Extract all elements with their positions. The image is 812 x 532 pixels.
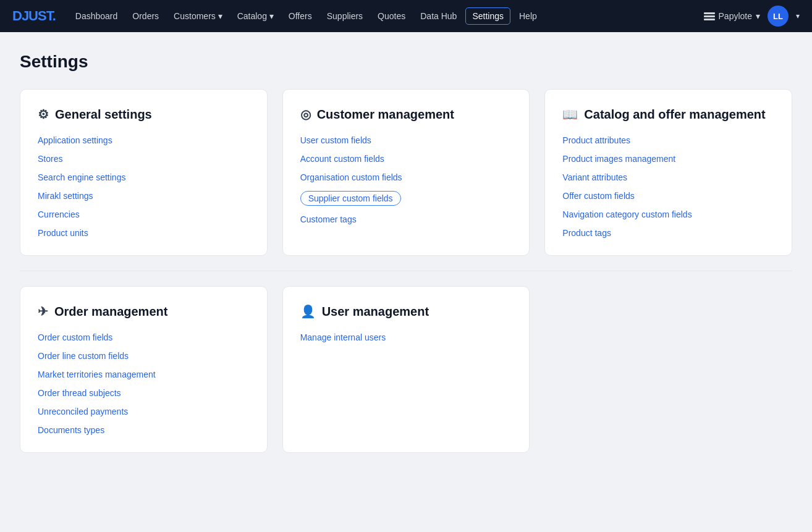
link-product-attributes[interactable]: Product attributes bbox=[562, 135, 774, 145]
user-management-title: 👤 User management bbox=[300, 304, 512, 319]
link-documents-types[interactable]: Documents types bbox=[38, 425, 250, 435]
link-supplier-custom-fields[interactable]: Supplier custom fields bbox=[300, 191, 401, 206]
empty-bottom-col bbox=[544, 286, 792, 453]
link-navigation-category-custom-fields[interactable]: Navigation category custom fields bbox=[562, 209, 774, 219]
navbar: DJUST. Dashboard Orders Customers ▾ Cata… bbox=[0, 0, 812, 32]
link-user-custom-fields[interactable]: User custom fields bbox=[300, 135, 512, 145]
catalog-management-title: 📖 Catalog and offer management bbox=[562, 107, 774, 122]
link-order-line-custom-fields[interactable]: Order line custom fields bbox=[38, 351, 250, 361]
gear-icon: ⚙ bbox=[38, 107, 49, 122]
link-variant-attributes[interactable]: Variant attributes bbox=[562, 172, 774, 182]
link-market-territories-management[interactable]: Market territories management bbox=[38, 369, 250, 379]
target-icon: ◎ bbox=[300, 107, 311, 122]
link-product-tags[interactable]: Product tags bbox=[562, 228, 774, 238]
nav-suppliers[interactable]: Suppliers bbox=[321, 7, 369, 25]
store-icon bbox=[704, 12, 715, 20]
link-organisation-custom-fields[interactable]: Organisation custom fields bbox=[300, 172, 512, 182]
page-content: Settings ⚙ General settings Application … bbox=[0, 32, 812, 490]
nav-offers[interactable]: Offers bbox=[282, 7, 318, 25]
customer-management-card: ◎ Customer management User custom fields… bbox=[282, 89, 530, 256]
link-stores[interactable]: Stores bbox=[38, 154, 250, 164]
link-account-custom-fields[interactable]: Account custom fields bbox=[300, 154, 512, 164]
nav-help[interactable]: Help bbox=[513, 7, 543, 25]
store-chevron: ▾ bbox=[756, 11, 760, 21]
general-settings-title: ⚙ General settings bbox=[38, 107, 250, 122]
nav-catalog[interactable]: Catalog ▾ bbox=[231, 7, 280, 25]
user-avatar[interactable]: LL bbox=[768, 6, 789, 27]
order-management-title: ✈ Order management bbox=[38, 304, 250, 319]
link-customer-tags[interactable]: Customer tags bbox=[300, 214, 512, 224]
nav-dashboard[interactable]: Dashboard bbox=[69, 7, 124, 25]
link-search-engine-settings[interactable]: Search engine settings bbox=[38, 172, 250, 182]
link-order-custom-fields[interactable]: Order custom fields bbox=[38, 332, 250, 342]
customer-management-title: ◎ Customer management bbox=[300, 107, 512, 122]
section-divider bbox=[20, 271, 792, 271]
catalog-management-card: 📖 Catalog and offer management Product a… bbox=[544, 89, 792, 256]
nav-orders[interactable]: Orders bbox=[126, 7, 165, 25]
link-unreconciled-payments[interactable]: Unreconciled payments bbox=[38, 407, 250, 416]
link-mirakl-settings[interactable]: Mirakl settings bbox=[38, 191, 250, 201]
nav-quotes[interactable]: Quotes bbox=[371, 7, 412, 25]
nav-customers[interactable]: Customers ▾ bbox=[167, 7, 229, 25]
avatar-chevron: ▾ bbox=[796, 12, 800, 20]
link-currencies[interactable]: Currencies bbox=[38, 209, 250, 219]
link-offer-custom-fields[interactable]: Offer custom fields bbox=[562, 191, 774, 201]
user-management-card: 👤 User management Manage internal users bbox=[282, 286, 530, 453]
page-title: Settings bbox=[20, 52, 792, 72]
order-management-card: ✈ Order management Order custom fields O… bbox=[20, 286, 268, 453]
link-product-images-management[interactable]: Product images management bbox=[562, 154, 774, 164]
store-switcher[interactable]: Papylote ▾ bbox=[704, 11, 760, 21]
link-application-settings[interactable]: Application settings bbox=[38, 135, 250, 145]
link-product-units[interactable]: Product units bbox=[38, 228, 250, 238]
general-settings-card: ⚙ General settings Application settings … bbox=[20, 89, 268, 256]
bottom-cards-grid: ✈ Order management Order custom fields O… bbox=[20, 286, 792, 453]
link-order-thread-subjects[interactable]: Order thread subjects bbox=[38, 388, 250, 398]
users-icon: 👤 bbox=[300, 304, 316, 319]
nav-right: Papylote ▾ LL ▾ bbox=[704, 6, 800, 27]
paper-plane-icon: ✈ bbox=[38, 304, 48, 319]
link-manage-internal-users[interactable]: Manage internal users bbox=[300, 332, 512, 342]
nav-settings[interactable]: Settings bbox=[465, 7, 510, 25]
top-cards-grid: ⚙ General settings Application settings … bbox=[20, 89, 792, 256]
book-icon: 📖 bbox=[562, 107, 578, 122]
nav-datahub[interactable]: Data Hub bbox=[414, 7, 463, 25]
store-name: Papylote bbox=[719, 11, 752, 21]
logo[interactable]: DJUST. bbox=[12, 8, 56, 24]
